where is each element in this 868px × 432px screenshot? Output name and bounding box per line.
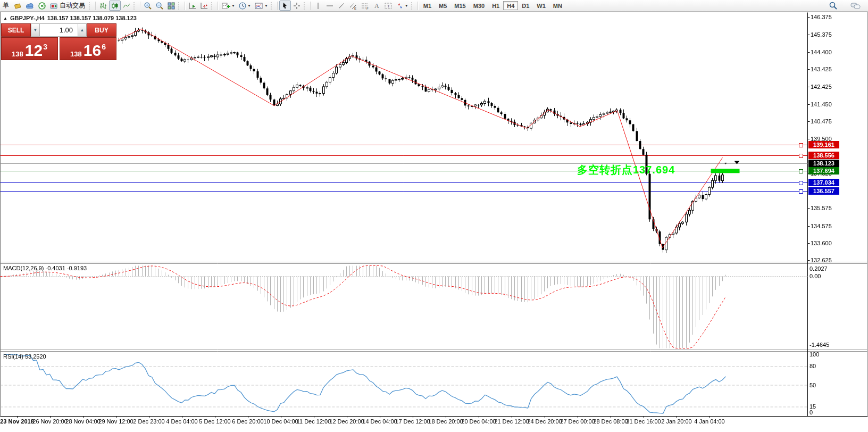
text-label-icon: T (384, 2, 393, 10)
autotrading-label: 自动交易 (59, 1, 86, 10)
volume-input[interactable]: 1.00 (40, 23, 78, 37)
mql5-community-button[interactable] (23, 1, 36, 11)
timeframe-button-H4[interactable]: H4 (503, 1, 518, 10)
zoom-in-button[interactable] (142, 1, 154, 11)
text-button[interactable]: A (371, 1, 382, 11)
horizontal-line-icon (326, 2, 334, 10)
zoom-in-icon (144, 2, 152, 10)
signals-icon (38, 2, 46, 10)
periods-clock-icon (238, 2, 247, 10)
sell-button[interactable]: SELL (1, 23, 31, 37)
time-axis-label: 2 Jan 20:00 (661, 418, 692, 425)
buy-price-button[interactable]: 138 16 6 (60, 37, 116, 60)
toolbar-right-group (827, 0, 863, 11)
rsi-label: RSI(14) 53.2520 (3, 353, 46, 360)
candlestick-chart-icon (111, 2, 119, 10)
periods-caret-icon: ▼ (247, 4, 251, 7)
timeframe-button-H1[interactable]: H1 (488, 1, 503, 10)
volume-increase-button[interactable]: ▲ (78, 23, 87, 37)
price-level-badge[interactable]: 137.694 (808, 167, 839, 175)
panel-collapse-icon[interactable]: ▲ (3, 16, 7, 21)
timeframe-button-MN[interactable]: MN (549, 1, 566, 10)
chat-button[interactable] (849, 1, 863, 11)
sell-price-sup: 3 (43, 43, 47, 51)
fibonacci-button[interactable]: F (359, 1, 371, 11)
mt4-window: 单 自动交易 ▼ ▼ ▼ E F A T ▼ M1M (0, 0, 868, 432)
trendline-button[interactable] (336, 1, 347, 11)
templates-button[interactable]: ▼ (253, 1, 270, 11)
time-axis-label: 31 Dec 16:00 (626, 418, 661, 425)
one-click-trade-panel: SELL ▼ 1.00 ▲ BUY 138 12 3 138 16 6 (1, 23, 116, 60)
time-axis-label: 5 Dec 12:00 (199, 418, 230, 425)
arrows-icon (396, 2, 404, 10)
text-label-button[interactable]: T (382, 1, 394, 11)
vertical-line-button[interactable] (312, 1, 324, 11)
svg-text:E: E (354, 7, 356, 10)
sell-price-big: 12 (25, 44, 43, 57)
autotrading-icon (49, 2, 59, 10)
buy-price-sup: 6 (102, 43, 106, 51)
price-tick-label: 141.450 (811, 101, 832, 107)
price-level-badge[interactable]: 138.123 (808, 160, 839, 167)
chart-shift-button[interactable] (198, 1, 210, 11)
chat-icon (850, 2, 861, 10)
volume-control: ▼ 1.00 ▲ (31, 23, 87, 37)
price-level-badge[interactable]: 138.556 (808, 152, 839, 159)
time-axis-label: 27 Dec 00:00 (560, 418, 595, 425)
timeframe-button-D1[interactable]: D1 (518, 1, 533, 10)
new-order-button[interactable]: 单 (0, 1, 12, 11)
timeframe-button-W1[interactable]: W1 (533, 1, 549, 10)
time-axis-label: 17 Dec 12:00 (395, 418, 430, 425)
time-axis-label: 21 Dec 12:00 (494, 418, 529, 425)
price-tick-label: 145.375 (811, 31, 832, 38)
signals-button[interactable] (36, 1, 48, 11)
volume-decrease-button[interactable]: ▼ (31, 23, 40, 37)
sell-price-button[interactable]: 138 12 3 (1, 37, 58, 60)
cursor-button[interactable] (279, 1, 291, 11)
equidistant-channel-icon: E (349, 2, 357, 10)
timeframe-button-M1[interactable]: M1 (420, 1, 435, 10)
buy-button[interactable]: BUY (87, 23, 116, 37)
search-icon (829, 1, 838, 10)
rsi-scale-label: 0 (809, 409, 813, 416)
gold-box-button[interactable] (12, 1, 23, 11)
search-button[interactable] (827, 1, 839, 11)
timeframe-button-M5[interactable]: M5 (435, 1, 450, 10)
price-tick-label: 133.600 (811, 240, 832, 246)
gold-box-icon (13, 2, 22, 10)
equidistant-channel-button[interactable]: E (347, 1, 359, 11)
price-level-badge[interactable]: 139.161 (808, 141, 839, 148)
fibonacci-icon: F (361, 2, 369, 10)
price-level-badge[interactable]: 137.034 (808, 179, 839, 186)
arrows-button[interactable]: ▼ (394, 1, 410, 11)
indicators-icon (221, 2, 231, 10)
price-level-badge[interactable]: 136.557 (808, 187, 839, 195)
time-axis-label: 23 Nov 2018 (0, 418, 34, 425)
macd-scale-label: 0.2027 (809, 265, 828, 272)
crosshair-button[interactable] (291, 1, 303, 11)
indicators-button[interactable]: ▼ (220, 1, 237, 11)
auto-scroll-button[interactable] (187, 1, 198, 11)
rsi-scale-label: 100 (809, 351, 819, 358)
toolbar: 单 自动交易 ▼ ▼ ▼ E F A T ▼ M1M (0, 0, 868, 12)
pivot-annotation-text[interactable]: 多空转折点137.694 (577, 163, 675, 177)
chart-shift-icon (200, 2, 208, 10)
time-axis-label: 24 Dec 20:00 (527, 418, 562, 425)
periods-button[interactable]: ▼ (237, 1, 253, 11)
horizontal-line-button[interactable] (324, 1, 336, 11)
bar-chart-button[interactable] (97, 1, 109, 11)
time-axis-label: 14 Dec 04:00 (362, 418, 397, 425)
price-tick-label: 146.375 (811, 14, 832, 20)
indicators-caret-icon: ▼ (231, 4, 235, 7)
time-axis-label: 11 Dec 12:00 (297, 418, 331, 425)
autotrading-button[interactable]: 自动交易 (48, 1, 88, 11)
chart-canvas[interactable] (0, 0, 868, 432)
timeframe-button-M30[interactable]: M30 (470, 1, 488, 10)
timeframe-button-M15[interactable]: M15 (450, 1, 469, 10)
tile-windows-button[interactable] (165, 1, 177, 11)
line-chart-button[interactable] (121, 1, 132, 11)
time-axis-label: 26 Nov 20:00 (32, 418, 67, 425)
crosshair-icon (293, 2, 301, 10)
candlestick-chart-button[interactable] (109, 1, 121, 11)
zoom-out-button[interactable] (154, 1, 165, 11)
